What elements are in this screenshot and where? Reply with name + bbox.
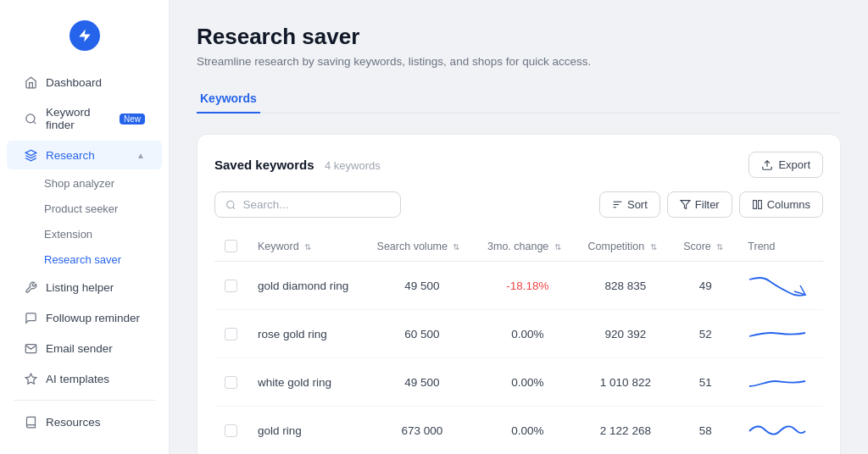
header-competition: Competition ⇅	[578, 231, 674, 262]
cell-trend	[737, 358, 823, 407]
row-checkbox-cell	[214, 262, 248, 310]
sidebar-item-dashboard[interactable]: Dashboard	[7, 68, 162, 97]
book-icon	[24, 415, 37, 429]
sort-arrow-icon: ⇅	[650, 242, 657, 252]
keyword-count: 4 keywords	[325, 159, 381, 172]
sidebar-item-research-saver[interactable]: Research saver	[7, 247, 162, 272]
cell-score: 52	[673, 310, 737, 358]
table-row: gold diamond ring 49 500 -18.18% 828 835…	[214, 262, 823, 310]
table-toolbar: Sort Filter Columns	[214, 191, 823, 218]
search-input[interactable]	[243, 198, 390, 211]
sidebar-item-listing-helper[interactable]: Listing helper	[7, 273, 162, 302]
cell-competition: 2 122 268	[578, 407, 674, 455]
sidebar-item-label: Resources	[46, 416, 101, 429]
row-checkbox[interactable]	[225, 376, 237, 389]
cell-score: 51	[673, 358, 737, 407]
row-checkbox[interactable]	[225, 280, 237, 292]
saved-keywords-card: Saved keywords 4 keywords Export So	[197, 134, 841, 454]
card-title: Saved keywords	[214, 158, 314, 172]
cell-3mo-change: 0.00%	[477, 358, 578, 407]
columns-button[interactable]: Columns	[739, 191, 823, 218]
sidebar-nav: Dashboard Keyword finder New Research ▲ …	[0, 68, 169, 440]
header-score: Score ⇅	[673, 231, 737, 262]
sort-label: Sort	[627, 198, 648, 211]
logo	[0, 14, 169, 68]
card-title-group: Saved keywords 4 keywords	[214, 158, 381, 173]
card-header: Saved keywords 4 keywords Export	[214, 152, 823, 178]
divider	[14, 400, 155, 401]
header-search-volume: Search volume ⇅	[367, 231, 477, 262]
cell-keyword: gold diamond ring	[248, 262, 367, 310]
sort-icon	[612, 199, 623, 210]
new-badge: New	[120, 114, 145, 125]
svg-rect-20	[758, 201, 761, 209]
cell-search-volume: 60 500	[367, 310, 477, 358]
row-checkbox[interactable]	[225, 328, 237, 340]
export-icon	[761, 159, 773, 171]
sidebar-item-resources[interactable]: Resources	[7, 407, 162, 436]
select-all-checkbox[interactable]	[225, 240, 237, 252]
cell-competition: 920 392	[578, 310, 674, 358]
svg-marker-18	[681, 201, 690, 209]
tab-keywords[interactable]: Keywords	[197, 85, 260, 114]
svg-point-0	[25, 114, 34, 122]
page-subtitle: Streamline research by saving keywords, …	[197, 55, 841, 68]
svg-marker-2	[25, 150, 36, 155]
sort-arrow-icon: ⇅	[304, 242, 311, 252]
columns-label: Columns	[767, 198, 810, 211]
sidebar-item-label: Followup reminder	[46, 312, 140, 324]
cell-keyword: white gold ring	[248, 358, 367, 407]
filter-icon	[680, 199, 691, 210]
cell-search-volume: 49 500	[367, 358, 477, 407]
sidebar-item-ai-templates[interactable]: AI templates	[7, 364, 162, 393]
header-checkbox-cell	[214, 231, 248, 262]
sort-button[interactable]: Sort	[599, 191, 660, 218]
sidebar-item-shop-analyzer[interactable]: Shop analyzer	[7, 171, 162, 196]
sidebar-item-email-sender[interactable]: Email sender	[7, 334, 162, 363]
table-head: Keyword ⇅ Search volume ⇅ 3mo. change ⇅	[214, 231, 823, 262]
tab-bar: Keywords	[197, 85, 841, 114]
star-icon	[24, 372, 37, 385]
svg-line-14	[233, 207, 235, 208]
svg-marker-3	[25, 374, 36, 384]
table-row: gold ring 673 000 0.00% 2 122 268 58	[214, 407, 823, 455]
header-3mo-change: 3mo. change ⇅	[477, 231, 578, 262]
cell-3mo-change: 0.00%	[477, 407, 578, 455]
sidebar-item-keyword-finder[interactable]: Keyword finder New	[7, 98, 162, 139]
sidebar-item-label: Email sender	[46, 342, 113, 355]
cell-trend	[737, 407, 823, 455]
table-row: white gold ring 49 500 0.00% 1 010 822 5…	[214, 358, 823, 407]
logo-icon	[70, 20, 100, 51]
svg-line-1	[33, 121, 36, 124]
message-icon	[24, 311, 37, 324]
row-checkbox-cell	[214, 358, 248, 407]
sidebar-item-label: AI templates	[46, 373, 109, 385]
sidebar-item-research[interactable]: Research ▲	[7, 141, 162, 169]
cell-score: 58	[673, 407, 737, 455]
cell-keyword: gold ring	[248, 407, 367, 455]
sort-arrow-icon: ⇅	[716, 242, 723, 252]
svg-point-13	[227, 201, 234, 208]
sidebar-item-extension[interactable]: Extension	[7, 222, 162, 246]
table-row: rose gold ring 60 500 0.00% 920 392 52	[214, 310, 823, 358]
sidebar-item-label: Listing helper	[46, 281, 114, 294]
layers-icon	[24, 148, 37, 162]
chevron-up-icon: ▲	[136, 151, 145, 160]
tool-icon	[24, 280, 37, 294]
sidebar-item-product-seeker[interactable]: Product seeker	[7, 197, 162, 221]
table-header-row: Keyword ⇅ Search volume ⇅ 3mo. change ⇅	[214, 231, 823, 262]
row-checkbox[interactable]	[225, 424, 237, 437]
search-icon	[225, 199, 236, 211]
export-button[interactable]: Export	[748, 152, 823, 178]
sidebar-item-followup-reminder[interactable]: Followup reminder	[7, 303, 162, 332]
cell-search-volume: 49 500	[367, 262, 477, 310]
home-icon	[24, 75, 37, 89]
table-body: gold diamond ring 49 500 -18.18% 828 835…	[214, 262, 823, 455]
export-label: Export	[778, 158, 810, 171]
cell-3mo-change: -18.18%	[477, 262, 578, 310]
main-content: Research saver Streamline research by sa…	[170, 0, 868, 454]
cell-search-volume: 673 000	[367, 407, 477, 455]
filter-button[interactable]: Filter	[667, 191, 732, 218]
cell-competition: 828 835	[578, 262, 674, 310]
svg-rect-19	[753, 201, 756, 209]
